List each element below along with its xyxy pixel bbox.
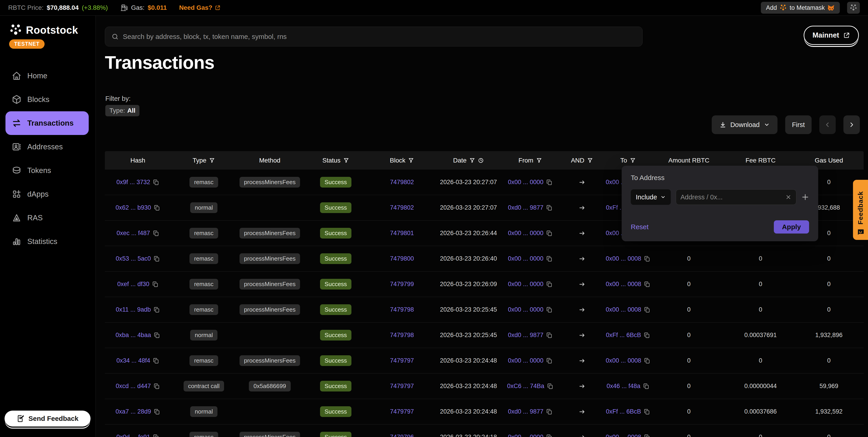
- send-feedback-button[interactable]: Send Feedback: [5, 411, 91, 427]
- copy-icon[interactable]: [644, 357, 650, 364]
- sidebar-item-transactions[interactable]: Transactions: [5, 111, 89, 135]
- to-address-link[interactable]: 0x00 ... 0008: [606, 306, 641, 313]
- filter-funnel-icon[interactable]: [469, 157, 475, 164]
- apply-filter-button[interactable]: Apply: [774, 220, 809, 234]
- clock-icon[interactable]: [478, 157, 484, 164]
- block-link[interactable]: 7479801: [390, 230, 414, 237]
- rsk-token-button[interactable]: [847, 2, 860, 13]
- from-address-link[interactable]: 0xd0 ... 9877: [508, 408, 544, 415]
- copy-icon[interactable]: [546, 332, 553, 339]
- to-address-link[interactable]: 0x00 ... 0008: [606, 434, 641, 437]
- copy-icon[interactable]: [154, 383, 160, 389]
- copy-icon[interactable]: [152, 281, 159, 288]
- sidebar-item-dapps[interactable]: dApps: [0, 182, 96, 206]
- block-link[interactable]: 7479802: [390, 204, 414, 211]
- copy-icon[interactable]: [153, 179, 159, 185]
- add-to-metamask-button[interactable]: Add to Metamask: [761, 2, 840, 13]
- hash-link[interactable]: 0xba ... 4baa: [116, 331, 151, 339]
- from-address-link[interactable]: 0xd0 ... 9877: [508, 204, 544, 211]
- sidebar-item-ras[interactable]: RAS: [0, 206, 96, 230]
- copy-icon[interactable]: [154, 409, 160, 415]
- block-link[interactable]: 7479797: [390, 383, 414, 390]
- copy-icon[interactable]: [644, 332, 650, 339]
- hash-link[interactable]: 0xcd ... d447: [116, 383, 151, 390]
- hash-link[interactable]: 0x53 ... 5ac0: [116, 255, 151, 262]
- filter-funnel-icon[interactable]: [209, 157, 215, 164]
- column-header-type[interactable]: Type: [171, 157, 237, 164]
- block-link[interactable]: 7479800: [390, 255, 414, 262]
- clear-address-button[interactable]: [785, 194, 792, 200]
- filter-funnel-icon[interactable]: [587, 157, 593, 164]
- copy-icon[interactable]: [546, 434, 553, 437]
- hash-link[interactable]: 0xec ... f487: [117, 230, 150, 237]
- copy-icon[interactable]: [644, 409, 650, 415]
- add-address-row-button[interactable]: [801, 193, 809, 201]
- include-exclude-select[interactable]: Include: [631, 190, 671, 205]
- mainnet-switch-button[interactable]: Mainnet: [804, 26, 859, 45]
- reset-filter-button[interactable]: Reset: [631, 223, 649, 231]
- first-page-button[interactable]: First: [785, 115, 812, 134]
- block-link[interactable]: 7479797: [390, 357, 414, 364]
- sidebar-item-home[interactable]: Home: [0, 64, 96, 88]
- from-address-link[interactable]: 0x00 ... 0000: [508, 281, 544, 288]
- column-header-block[interactable]: Block: [369, 157, 435, 164]
- from-address-link[interactable]: 0x00 ... 0000: [508, 179, 544, 186]
- block-link[interactable]: 7479798: [390, 306, 414, 313]
- sidebar-item-addresses[interactable]: Addresses: [0, 135, 96, 158]
- copy-icon[interactable]: [644, 256, 650, 262]
- next-page-button[interactable]: [843, 115, 860, 134]
- copy-icon[interactable]: [644, 281, 650, 288]
- block-link[interactable]: 7479797: [390, 408, 414, 415]
- from-address-link[interactable]: 0x00 ... 0000: [508, 255, 544, 262]
- from-address-link[interactable]: 0x00 ... 0000: [508, 434, 544, 437]
- hash-link[interactable]: 0xa7 ... 28d9: [116, 408, 151, 415]
- copy-icon[interactable]: [154, 205, 160, 211]
- filter-funnel-icon[interactable]: [343, 157, 349, 164]
- hash-link[interactable]: 0xef ... df30: [117, 281, 149, 288]
- to-address-link[interactable]: 0x00 ... 0008: [606, 281, 641, 288]
- copy-icon[interactable]: [153, 230, 159, 236]
- copy-icon[interactable]: [546, 230, 553, 236]
- brand-logo[interactable]: Rootstock: [0, 16, 96, 37]
- hash-link[interactable]: 0x0d ... fe91: [117, 434, 150, 437]
- type-filter-chip[interactable]: Type: All: [105, 105, 140, 116]
- block-link[interactable]: 7479799: [390, 281, 414, 288]
- copy-icon[interactable]: [546, 357, 553, 364]
- hash-link[interactable]: 0x11 ... 9adb: [116, 306, 151, 313]
- sidebar-item-tokens[interactable]: Tokens: [0, 158, 96, 182]
- block-link[interactable]: 7479802: [390, 179, 414, 186]
- column-header-status[interactable]: Status: [303, 157, 369, 164]
- column-header-date[interactable]: Date: [435, 157, 502, 164]
- to-address-link[interactable]: 0x00 ... 0008: [606, 255, 641, 262]
- hash-link[interactable]: 0x9f ... 3732: [117, 179, 150, 186]
- hash-link[interactable]: 0x62 ... b930: [116, 204, 151, 211]
- from-address-link[interactable]: 0x00 ... 0000: [508, 306, 544, 313]
- copy-icon[interactable]: [153, 357, 159, 364]
- filter-funnel-icon[interactable]: [536, 157, 542, 164]
- filter-funnel-icon[interactable]: [630, 157, 636, 164]
- to-address-link[interactable]: 0x46 ... f48a: [607, 383, 641, 390]
- filter-funnel-icon[interactable]: [408, 157, 414, 164]
- copy-icon[interactable]: [153, 434, 159, 437]
- to-address-link[interactable]: 0xFf ... 6BcB: [606, 408, 641, 415]
- copy-icon[interactable]: [643, 383, 649, 389]
- address-filter-input[interactable]: [681, 194, 782, 201]
- from-address-link[interactable]: 0x00 ... 0000: [508, 357, 544, 364]
- copy-icon[interactable]: [546, 179, 553, 185]
- column-header-from[interactable]: From: [502, 157, 559, 164]
- hash-link[interactable]: 0x34 ... 48f4: [117, 357, 150, 364]
- sidebar-item-statistics[interactable]: Statistics: [0, 230, 96, 253]
- copy-icon[interactable]: [546, 307, 553, 313]
- copy-icon[interactable]: [154, 307, 160, 313]
- from-address-link[interactable]: 0xC6 ... 74Ba: [507, 383, 544, 390]
- copy-icon[interactable]: [546, 256, 553, 262]
- block-link[interactable]: 7479796: [390, 434, 414, 437]
- to-address-link[interactable]: 0xFf ... 6BcB: [606, 331, 641, 339]
- from-address-link[interactable]: 0xd0 ... 9877: [508, 331, 544, 339]
- column-header-to[interactable]: To: [605, 157, 651, 164]
- copy-icon[interactable]: [154, 332, 160, 339]
- copy-icon[interactable]: [644, 434, 650, 437]
- need-gas-link[interactable]: Need Gas?: [179, 4, 220, 11]
- copy-icon[interactable]: [154, 256, 160, 262]
- block-link[interactable]: 7479798: [390, 331, 414, 339]
